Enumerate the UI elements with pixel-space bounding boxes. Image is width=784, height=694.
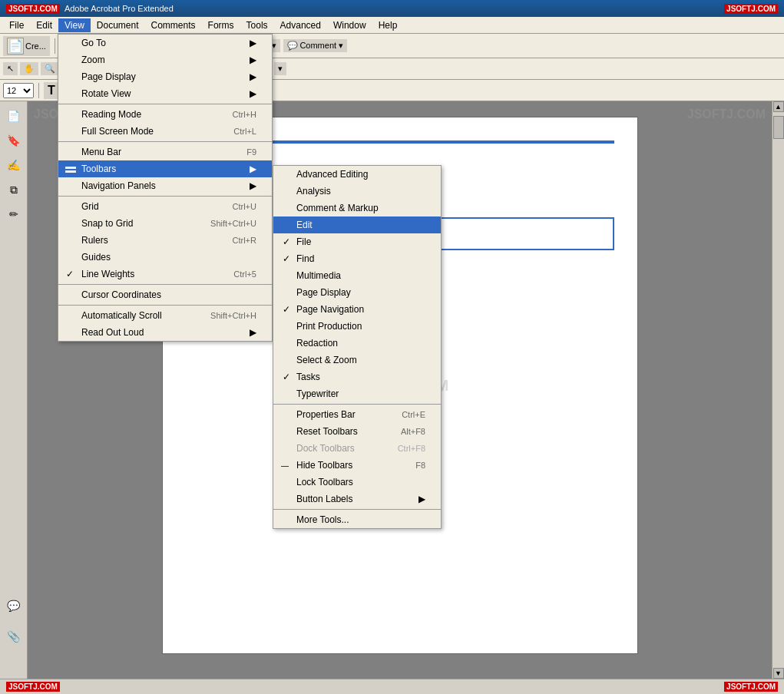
sep-v3 <box>58 196 272 197</box>
sub-reset-toolbars[interactable]: Reset Toolbars Alt+F8 <box>273 423 441 440</box>
view-reading-mode[interactable]: Reading Mode Ctrl+H <box>58 106 272 123</box>
view-fullscreen[interactable]: Full Screen Mode Ctrl+L <box>58 123 272 140</box>
sub-page-nav[interactable]: ✓ Page Navigation <box>273 301 441 318</box>
sub-find[interactable]: ✓ Find <box>273 250 441 267</box>
sub-print-prod[interactable]: Print Production <box>273 318 441 335</box>
menu-advanced[interactable]: Advanced <box>274 18 327 32</box>
watermark-tr: JSOFTJ.COM <box>687 107 766 121</box>
sep-v2 <box>58 141 272 142</box>
lineweights-check: ✓ <box>66 269 74 279</box>
find-check: ✓ <box>283 253 290 264</box>
sidebar-bookmarks[interactable]: 🔖 <box>2 129 25 152</box>
sub-edit[interactable]: Edit <box>273 216 441 233</box>
sub-typewriter[interactable]: Typewriter <box>273 385 441 402</box>
tasks-check: ✓ <box>283 372 290 382</box>
sub-select-zoom[interactable]: Select & Zoom <box>273 352 441 368</box>
status-bar: JSOFTJ.COM JSOFTJ.COM <box>0 679 784 694</box>
sub-lock-toolbars[interactable]: Lock Toolbars <box>273 474 441 491</box>
menu-file[interactable]: File <box>3 18 30 32</box>
sub-comment-markup[interactable]: Comment & Markup <box>273 200 441 216</box>
scroll-up[interactable]: ▲ <box>773 101 784 112</box>
view-goto[interactable]: Go To ▶ <box>58 35 272 51</box>
view-rotate[interactable]: Rotate View ▶ <box>58 85 272 102</box>
sub-button-labels[interactable]: Button Labels ▶ <box>273 491 441 507</box>
menu-view[interactable]: View <box>58 18 91 32</box>
view-zoom[interactable]: Zoom ▶ <box>58 51 272 68</box>
svg-rect-0 <box>65 167 76 169</box>
title-bar: JSOFTJ.COM Adobe Acrobat Pro Extended JS… <box>0 0 784 17</box>
zoom-in-btn[interactable]: 🔍 <box>41 62 59 75</box>
sub-file[interactable]: ✓ File <box>273 233 441 250</box>
font-size-select[interactable]: 12 <box>3 83 34 98</box>
menu-document[interactable]: Document <box>91 18 145 32</box>
sub-analysis[interactable]: Analysis <box>273 183 441 200</box>
menu-comments[interactable]: Comments <box>145 18 202 32</box>
find-dropdown[interactable]: ▾ <box>274 62 286 75</box>
sub-dock-toolbars: Dock Toolbars Ctrl+F8 <box>273 440 441 457</box>
view-menu-dropdown: Go To ▶ Zoom ▶ Page Display ▶ Rotate Vie… <box>58 34 273 342</box>
sidebar-comments[interactable]: 💬 <box>2 594 25 617</box>
view-guides[interactable]: Guides <box>58 249 272 266</box>
comment-button[interactable]: 💬 Comment ▾ <box>283 39 347 52</box>
menu-edit[interactable]: Edit <box>30 18 58 32</box>
sub-more-tools[interactable]: More Tools... <box>273 511 441 528</box>
sub-hide-toolbars[interactable]: — Hide Toolbars F8 <box>273 457 441 474</box>
create-icon: 📄 <box>7 38 24 55</box>
scroll-down[interactable]: ▼ <box>773 668 784 679</box>
pagenav-check: ✓ <box>283 304 290 315</box>
sep-v5 <box>58 305 272 306</box>
title-logo-left: JSOFTJ.COM <box>6 4 60 14</box>
sub-redaction[interactable]: Redaction <box>273 335 441 352</box>
view-menubar[interactable]: Menu Bar F9 <box>58 144 272 160</box>
sep-v4 <box>58 284 272 285</box>
view-grid[interactable]: Grid Ctrl+U <box>58 198 272 215</box>
title-right: JSOFTJ.COM <box>724 4 778 13</box>
view-rulers[interactable]: Rulers Ctrl+R <box>58 232 272 249</box>
sidebar-attach[interactable]: 📎 <box>2 625 25 648</box>
sub-tasks[interactable]: ✓ Tasks <box>273 368 441 385</box>
sub-advanced-editing[interactable]: Advanced Editing <box>273 166 441 183</box>
view-snap-grid[interactable]: Snap to Grid Shift+Ctrl+U <box>58 215 272 232</box>
menu-window[interactable]: Window <box>327 18 372 32</box>
title-logo-right: JSOFTJ.COM <box>724 4 778 14</box>
toolbars-icon <box>65 164 77 178</box>
hide-dash: — <box>281 461 289 470</box>
view-page-display[interactable]: Page Display ▶ <box>58 68 272 85</box>
view-nav-panels[interactable]: Navigation Panels ▶ <box>58 177 272 194</box>
menu-forms[interactable]: Forms <box>202 18 240 32</box>
title-left: JSOFTJ.COM Adobe Acrobat Pro Extended <box>6 4 174 14</box>
create-label: Cre... <box>25 41 46 51</box>
file-check: ✓ <box>283 236 290 247</box>
app-title: Adobe Acrobat Pro Extended <box>65 4 174 13</box>
sub-multimedia[interactable]: Multimedia <box>273 267 441 284</box>
scrollbar[interactable]: ▲ ▼ <box>772 101 784 679</box>
sub-sep2 <box>273 509 441 510</box>
hand-tool[interactable]: ✋ <box>20 62 38 75</box>
sidebar-edit[interactable]: ✏ <box>2 203 25 226</box>
sidebar-signatures[interactable]: ✍ <box>2 154 25 177</box>
view-cursor-coords[interactable]: Cursor Coordinates <box>58 286 272 303</box>
sub-properties-bar[interactable]: Properties Bar Ctrl+E <box>273 406 441 423</box>
view-toolbars[interactable]: Toolbars ▶ <box>58 160 272 177</box>
status-watermark-left: JSOFTJ.COM <box>6 682 60 692</box>
separator1 <box>55 38 55 54</box>
sub-sep1 <box>273 404 441 405</box>
view-line-weights[interactable]: ✓ Line Weights Ctrl+5 <box>58 266 272 283</box>
view-read-loud[interactable]: Read Out Loud ▶ <box>58 324 272 341</box>
sub-page-display[interactable]: Page Display <box>273 284 441 301</box>
create-button[interactable]: 📄 Cre... <box>3 36 50 56</box>
menu-help[interactable]: Help <box>372 18 404 32</box>
menu-bar: File Edit View Document Comments Forms T… <box>0 17 784 34</box>
cursor-tool[interactable]: ↖ <box>3 62 18 75</box>
sep-v1 <box>58 104 272 104</box>
text-T1[interactable]: T <box>44 82 59 99</box>
status-watermark-right: JSOFTJ.COM <box>724 682 778 692</box>
svg-rect-1 <box>65 170 76 173</box>
toolbars-submenu: Advanced Editing Analysis Comment & Mark… <box>273 165 442 529</box>
view-auto-scroll[interactable]: Automatically Scroll Shift+Ctrl+H <box>58 307 272 324</box>
sep4 <box>38 83 39 98</box>
menu-tools[interactable]: Tools <box>240 18 274 32</box>
sidebar-layers[interactable]: ⧉ <box>2 178 25 201</box>
sidebar-pages[interactable]: 📄 <box>2 104 25 127</box>
scroll-thumb[interactable] <box>773 116 784 139</box>
